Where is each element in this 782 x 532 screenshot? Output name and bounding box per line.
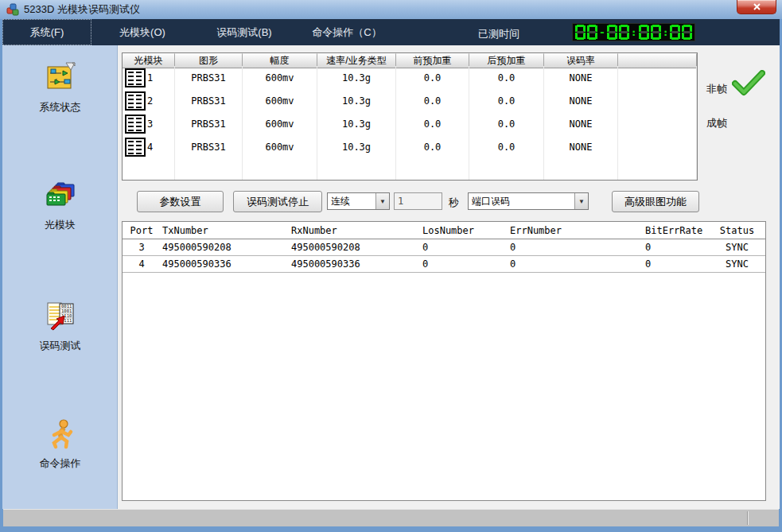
- sidebar-item-optical-module[interactable]: 光模块: [2, 179, 118, 232]
- test-mode-selected-value: 连续: [328, 195, 375, 208]
- module-rate: 10.3g: [317, 135, 396, 158]
- module-pattern: PRBS31: [175, 89, 243, 112]
- port-value: 3: [123, 242, 161, 253]
- module-amplitude: 600mv: [243, 112, 317, 135]
- close-button[interactable]: [737, 0, 776, 14]
- errnumber-value: 0: [508, 242, 644, 253]
- losnumber-value: 0: [421, 242, 508, 253]
- error-type-dropdown[interactable]: 端口误码 ▼: [468, 192, 589, 210]
- parameter-settings-button[interactable]: 参数设置: [137, 191, 224, 212]
- module-post-emphasis: 0.0: [469, 135, 544, 158]
- unframed-label: 非帧: [706, 82, 727, 96]
- bit-error-test-icon: 0011 1001 1110 0111: [45, 300, 76, 332]
- module-ber: NONE: [544, 135, 618, 158]
- module-pattern: PRBS31: [175, 66, 243, 89]
- module-grid-icon: [125, 115, 146, 134]
- test-mode-dropdown[interactable]: 连续 ▼: [327, 192, 390, 210]
- port-table-header: Port TxNumber RxNumber LosNumber ErrNumb…: [123, 222, 765, 239]
- main-panel: 光模块 图形 幅度 速率/业务类型 前预加重 后预加重 误码率: [118, 45, 780, 509]
- module-grid-icon: [125, 138, 146, 157]
- module-blank-cell: [618, 112, 697, 135]
- module-rate: 10.3g: [317, 89, 396, 112]
- module-blank-cell: [618, 89, 697, 112]
- module-amplitude: 600mv: [243, 66, 317, 89]
- advanced-eye-diagram-button[interactable]: 高级眼图功能: [612, 191, 699, 212]
- status-bar: [3, 509, 779, 526]
- interval-seconds-input[interactable]: [394, 192, 442, 210]
- sidebar-item-system-status[interactable]: 系统状态: [2, 61, 118, 115]
- title-bar: 5233D 光模块误码测试仪: [0, 0, 782, 19]
- sidebar: 系统状态 光模块: [2, 45, 118, 509]
- rxnumber-value: 495000590336: [290, 258, 421, 270]
- module-grid-icon: [125, 91, 146, 111]
- sidebar-item-label: 误码测试: [2, 339, 118, 353]
- module-id: 4: [147, 142, 153, 153]
- module-table-row[interactable]: 3 PRBS31 600mv 10.3g 0.0 0.0 NONE: [123, 112, 697, 135]
- module-grid-icon: [125, 68, 146, 87]
- module-pre-emphasis: 0.0: [396, 112, 469, 135]
- stop-bit-error-test-button[interactable]: 误码测试停止: [233, 191, 322, 212]
- port-table-row[interactable]: 3 495000590208 495000590208 0 0 0 SYNC: [123, 239, 765, 256]
- column-header-losnumber: LosNumber: [421, 225, 508, 236]
- status-value: SYNC: [707, 258, 766, 270]
- module-table-row[interactable]: 1 PRBS31 600mv 10.3g 0.0 0.0 NONE: [123, 66, 697, 89]
- menu-item-bit-error-test[interactable]: 误码测试(B): [200, 19, 289, 45]
- sidebar-item-bit-error-test[interactable]: 0011 1001 1110 0111 误码测试: [2, 300, 118, 353]
- module-ber: NONE: [544, 112, 618, 135]
- close-icon: [753, 3, 761, 10]
- elapsed-time-label: 已测时间: [478, 27, 519, 41]
- module-post-emphasis: 0.0: [469, 66, 544, 89]
- port-value: 4: [123, 258, 161, 270]
- module-post-emphasis: 0.0: [469, 112, 544, 135]
- error-type-selected-value: 端口误码: [469, 195, 574, 208]
- column-header-txnumber: TxNumber: [161, 225, 290, 236]
- seconds-label: 秒: [449, 196, 459, 210]
- menu-item-optical-module[interactable]: 光模块(O): [98, 19, 187, 45]
- chevron-down-icon[interactable]: ▼: [574, 193, 588, 209]
- menu-item-system[interactable]: 系统(F): [2, 19, 91, 45]
- biterrrate-value: 0: [644, 258, 707, 270]
- module-pre-emphasis: 0.0: [396, 135, 469, 158]
- window-title: 5233D 光模块误码测试仪: [24, 2, 140, 17]
- losnumber-value: 0: [421, 258, 508, 270]
- module-table: 光模块 图形 幅度 速率/业务类型 前预加重 后预加重 误码率: [122, 52, 698, 181]
- column-header-status: Status: [707, 225, 766, 236]
- module-table-header: 光模块 图形 幅度 速率/业务类型 前预加重 后预加重 误码率: [123, 53, 697, 66]
- chevron-down-icon[interactable]: ▼: [375, 193, 389, 209]
- module-id: 1: [147, 72, 153, 83]
- module-ber: NONE: [544, 89, 618, 112]
- status-value: SYNC: [707, 242, 766, 253]
- status-bar-divider: [747, 511, 749, 525]
- framed-label: 成帧: [706, 116, 727, 130]
- module-post-emphasis: 0.0: [469, 89, 544, 112]
- biterrrate-value: 0: [644, 242, 707, 253]
- port-table-row[interactable]: 4 495000590336 495000590336 0 0 0 SYNC: [123, 256, 765, 273]
- module-pattern: PRBS31: [175, 135, 243, 158]
- module-pre-emphasis: 0.0: [396, 89, 469, 112]
- app-window: 5233D 光模块误码测试仪 系统(F) 光模块(O) 误码测试(B) 命令操作…: [0, 0, 782, 532]
- column-header-port: Port: [123, 225, 161, 236]
- sidebar-item-command-operation[interactable]: 命令操作: [2, 417, 118, 471]
- module-id: 3: [147, 118, 153, 130]
- sidebar-item-label: 系统状态: [2, 100, 118, 115]
- module-blank-cell: [618, 135, 697, 158]
- module-pre-emphasis: 0.0: [396, 66, 469, 89]
- column-header-biterrrate: BitErrRate: [644, 225, 707, 236]
- command-operation-icon: [45, 417, 76, 449]
- menu-item-command-operation[interactable]: 命令操作（C）: [302, 19, 391, 45]
- module-blank-cell: [618, 66, 697, 89]
- module-table-empty-row: [123, 158, 697, 180]
- elapsed-time-led-display: -::: [572, 23, 695, 41]
- column-header-errnumber: ErrNumber: [508, 225, 644, 236]
- module-pattern: PRBS31: [175, 112, 243, 135]
- module-table-row[interactable]: 2 PRBS31 600mv 10.3g 0.0 0.0 NONE: [123, 89, 697, 112]
- optical-module-icon: [45, 179, 76, 211]
- module-ber: NONE: [544, 66, 618, 89]
- txnumber-value: 495000590208: [161, 242, 290, 253]
- module-rate: 10.3g: [317, 112, 396, 135]
- menu-bar: 系统(F) 光模块(O) 误码测试(B) 命令操作（C） 已测时间 -::: [2, 19, 780, 45]
- module-table-row[interactable]: 4 PRBS31 600mv 10.3g 0.0 0.0 NONE: [123, 135, 697, 158]
- module-amplitude: 600mv: [243, 89, 317, 112]
- sidebar-item-label: 命令操作: [2, 456, 118, 471]
- port-table: Port TxNumber RxNumber LosNumber ErrNumb…: [122, 221, 766, 501]
